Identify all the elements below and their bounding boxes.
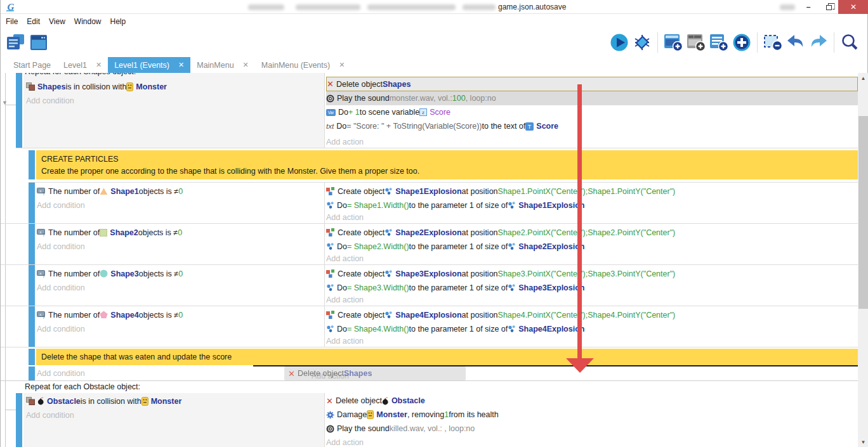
minimize-button[interactable]: –: [799, 0, 818, 14]
subevent-add-action[interactable]: Add action: [326, 335, 364, 347]
event2-add-action[interactable]: Add action: [326, 436, 364, 447]
particle-icon: [385, 311, 393, 319]
menu-file[interactable]: File: [6, 17, 23, 26]
menu-view[interactable]: View: [49, 17, 71, 26]
comment-delete-shape[interactable]: Delete the shape that was eaten and upda…: [36, 349, 858, 365]
count-icon: x?: [37, 229, 46, 236]
event2-action-damage-monster[interactable]: Damage Monster, removing 1 from its heal…: [326, 408, 858, 422]
subevent-action-size[interactable]: Do = Shape4.Width() to the parameter 1 o…: [326, 322, 858, 335]
subevent-drag-handle[interactable]: [29, 183, 35, 223]
event2-condition[interactable]: Obstacle is in collision with Monster: [26, 394, 318, 408]
subevent-condition[interactable]: x?The number of Shape4 objects is ≠ 0: [37, 308, 319, 321]
remove-selection-button[interactable]: [762, 32, 784, 53]
close-button[interactable]: ✕: [838, 0, 868, 14]
text-segment: The number of: [48, 187, 100, 196]
subevent-add-condition[interactable]: Add condition: [37, 281, 85, 294]
event1-action-scene-variable[interactable]: VarDo + 1 to scene variable zScore: [326, 105, 858, 119]
add-subevent-button[interactable]: [685, 32, 707, 53]
tab-level1[interactable]: Level1✕: [57, 57, 108, 73]
comment2-drag-handle[interactable]: [29, 349, 35, 365]
svg-text:?: ?: [43, 191, 45, 195]
tab-mainmenu[interactable]: MainMenu✕: [190, 57, 255, 73]
subevent-drag-handle[interactable]: [29, 224, 35, 264]
tab-close-icon[interactable]: ✕: [243, 61, 249, 69]
scroll-up-icon[interactable]: ▲: [858, 74, 868, 82]
svg-text:?: ?: [43, 314, 45, 319]
redacted-title-text: [463, 4, 496, 10]
tab-close-icon[interactable]: ✕: [339, 61, 345, 69]
menu-window[interactable]: Window: [74, 17, 107, 26]
subevent-add-action[interactable]: Add action: [326, 212, 364, 223]
event1-repeat-label[interactable]: Repeat for each Shapes object:: [25, 73, 136, 76]
event1-condition[interactable]: Shapes is in collision with Monster: [26, 80, 318, 93]
event1-action-play-sound[interactable]: Play the sound monster.wav, vol.: 100, l…: [326, 91, 858, 105]
subevent-add-action[interactable]: Add action: [326, 253, 364, 264]
tab-start-page[interactable]: Start Page: [7, 57, 57, 73]
particle-icon: [326, 283, 334, 292]
comment-title: CREATE PARTICLES: [41, 153, 858, 165]
subevent-action-create[interactable]: Create object Shape3Explosion at positio…: [326, 267, 858, 280]
event2-action-play-sound[interactable]: Play the sound killed.wav, vol.: , loop:…: [326, 422, 858, 436]
collision-icon: [26, 82, 35, 91]
text-segment: Obstacle: [47, 397, 81, 406]
undo-button[interactable]: [785, 32, 806, 53]
subevent-add-action[interactable]: Add action: [326, 294, 364, 306]
subevent-condition[interactable]: x?The number of Shape1 objects is ≠ 0: [37, 185, 319, 198]
event2-drag-handle[interactable]: [16, 393, 22, 447]
subevent-drag-handle[interactable]: [29, 265, 35, 306]
menu-edit[interactable]: Edit: [27, 17, 46, 26]
subevent-add-condition[interactable]: Add condition: [37, 240, 85, 253]
scene-editor-button[interactable]: [28, 32, 49, 53]
subevent-action-size[interactable]: Do = Shape2.Width() to the parameter 1 o…: [326, 240, 858, 253]
subevent-action-create[interactable]: Create object Shape4Explosion at positio…: [326, 308, 858, 321]
redo-button[interactable]: [808, 32, 829, 53]
restore-button[interactable]: [819, 0, 838, 14]
tab-mainmenu-events-[interactable]: MainMenu (Events)✕: [255, 57, 352, 73]
add-event-button[interactable]: [662, 32, 684, 53]
subevent-drag-handle[interactable]: [29, 306, 35, 347]
event2-action-delete-obstacle[interactable]: ✕Delete object Obstacle: [326, 394, 858, 408]
ghost-row-add-condition[interactable]: Add condition: [37, 366, 85, 380]
event1-action-delete-shapes[interactable]: ✕Delete object Shapes: [326, 77, 858, 91]
subevent-action-create[interactable]: Create object Shape2Explosion at positio…: [326, 226, 858, 239]
tab-close-icon[interactable]: ✕: [178, 61, 184, 69]
text-segment: = Shape4.Width(): [347, 325, 409, 334]
scroll-down-icon[interactable]: ▼: [858, 437, 868, 446]
event1-action-set-text[interactable]: txtDo = "Score: " + ToString(Variable(Sc…: [326, 119, 858, 133]
comment1-drag-handle[interactable]: [29, 150, 35, 179]
event1-drag-handle[interactable]: [16, 73, 22, 148]
search-button[interactable]: [839, 32, 860, 53]
ghost-row-drag-handle[interactable]: [29, 366, 35, 381]
text-segment: Shapes: [344, 369, 372, 378]
subevent-add-condition[interactable]: Add condition: [37, 198, 85, 212]
text-segment: no: [487, 94, 496, 103]
var-icon: Var: [326, 109, 336, 116]
event2-add-condition[interactable]: Add condition: [26, 408, 74, 422]
scrollbar-thumb[interactable]: [858, 116, 868, 309]
tab-level1-events-[interactable]: Level1 (Events)✕: [108, 57, 190, 73]
subevent-condition[interactable]: x?The number of Shape2 objects is ≠ 0: [37, 226, 319, 239]
delete-x-icon: ✕: [288, 370, 295, 378]
event1-add-action[interactable]: Add action: [326, 135, 364, 148]
subevent-action-size[interactable]: Do = Shape1.Width() to the parameter 1 o…: [326, 198, 858, 212]
text-segment: Shape4.PointX("Center");Shape4.PointY("C…: [498, 311, 676, 320]
add-comment-button[interactable]: [708, 32, 730, 53]
subevent-add-condition[interactable]: Add condition: [37, 322, 85, 335]
subevent-action-create[interactable]: Create object Shape1Explosion at positio…: [326, 185, 858, 198]
text-segment: Shape1Explosion: [395, 187, 461, 196]
menu-help[interactable]: Help: [110, 17, 132, 26]
subevent-action-size[interactable]: Do = Shape3.Width() to the parameter 1 o…: [326, 281, 858, 294]
subevent-condition[interactable]: x?The number of Shape3 objects is ≠ 0: [37, 267, 319, 280]
debug-button[interactable]: [631, 32, 653, 53]
project-manager-button[interactable]: [5, 32, 27, 53]
event1-add-condition[interactable]: Add condition: [26, 94, 74, 107]
tab-close-icon[interactable]: ✕: [96, 61, 102, 69]
event2-repeat-label[interactable]: Repeat for each Obstacle object:: [25, 382, 140, 391]
comment-create-particles[interactable]: CREATE PARTICLES Create the proper one a…: [36, 150, 858, 179]
play-button[interactable]: [608, 32, 630, 53]
text-segment: to the parameter 1 of size of: [409, 283, 508, 292]
add-circle-button[interactable]: [731, 32, 753, 53]
title-bar: G game.json.autosave – ✕: [1, 0, 867, 14]
vertical-scrollbar[interactable]: ▲ ▼: [858, 73, 868, 447]
text-segment: Do: [337, 325, 347, 334]
